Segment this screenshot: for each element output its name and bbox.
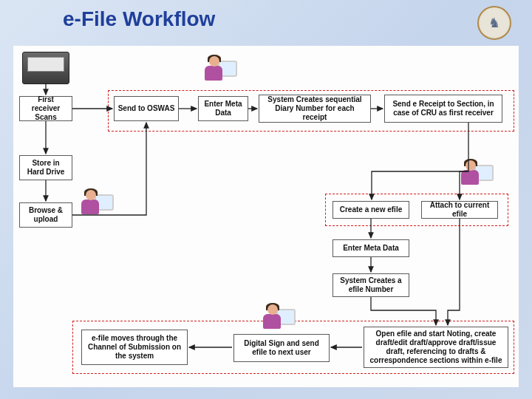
- box-open-efile-noting: Open efile and start Noting, create draf…: [364, 327, 508, 368]
- box-efile-moves-channel: e-file moves through the Channel of Subm…: [81, 330, 188, 365]
- box-efile-number: System Creates a efile Number: [332, 273, 409, 297]
- box-send-e-receipt: Send e Receipt to Section, in case of CR…: [384, 95, 502, 123]
- emblem-icon: ♞: [477, 6, 511, 40]
- box-digital-sign-send: Digital Sign and send efile to next user: [233, 334, 330, 362]
- operator-icon: [75, 190, 106, 221]
- box-browse-upload: Browse & upload: [19, 202, 72, 228]
- box-store-hard-drive: Store in Hard Drive: [19, 155, 72, 180]
- box-diary-number: System Creates sequential Diary Number f…: [259, 95, 371, 123]
- operator-icon: [455, 160, 486, 191]
- operator-icon: [257, 304, 288, 335]
- scanner-image: [22, 52, 69, 84]
- box-enter-meta-data-1: Enter Meta Data: [198, 96, 248, 121]
- box-attach-current-efile: Attach to current efile: [421, 201, 498, 219]
- diagram-canvas: First receiver Scans Store in Hard Drive…: [13, 46, 519, 387]
- operator-icon: [199, 56, 230, 87]
- box-send-oswas: Send to OSWAS: [114, 96, 179, 121]
- box-enter-meta-data-2: Enter Meta Data: [332, 239, 409, 257]
- box-create-new-efile: Create a new efile: [332, 201, 409, 219]
- box-first-receiver-scans: First receiver Scans: [19, 96, 72, 121]
- page-title: e-File Workflow: [63, 7, 215, 31]
